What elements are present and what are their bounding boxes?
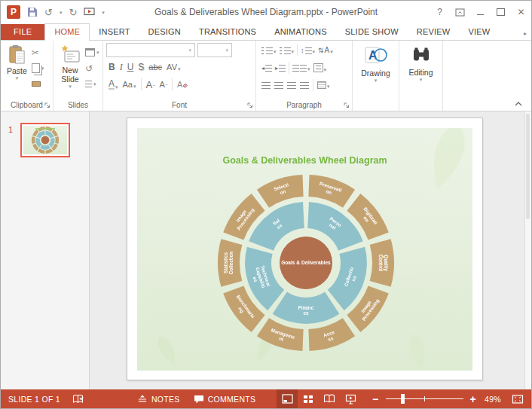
bold-button[interactable]: B [109,63,115,72]
wheel-segment-statistics-collection[interactable] [218,239,242,287]
editing-button[interactable]: Editing ▾ [402,43,439,84]
slide-background-image[interactable]: PreservationDigitizationQualityControlIm… [137,128,472,371]
tab-review[interactable]: REVIEW [408,24,460,40]
tab-scroll-right-icon[interactable]: ▸ [521,27,529,40]
drawing-dropdown-icon[interactable]: ▾ [375,78,378,83]
clear-formatting-button[interactable]: A [177,80,188,89]
tab-view[interactable]: VIEW [459,24,499,40]
section-button[interactable]: ▾ [84,78,101,90]
wheel-segment-finances[interactable] [273,291,340,324]
powerpoint-logo-icon[interactable]: P [7,5,20,19]
zoom-slider-thumb[interactable] [401,394,405,404]
tab-slide-show[interactable]: SLIDE SHOW [336,24,408,40]
increase-indent-button[interactable]: ▸ [275,65,286,72]
ribbon: Paste ▾ ✂ ▾ Clipboard New Slide ▾ [1,41,531,111]
wheel-segment-quality-control[interactable] [55,136,59,144]
format-painter-button[interactable] [30,78,46,90]
slides-group-label: Slides [54,101,102,109]
decrease-font-size-button[interactable]: Aˇ [160,81,168,89]
collapse-ribbon-icon[interactable] [515,102,522,106]
customize-qat-icon[interactable]: ▾ [102,10,105,15]
ribbon-display-options-button[interactable] [450,1,470,23]
zoom-out-button[interactable]: − [370,393,381,405]
convert-to-smartart-button[interactable]: ▾ [317,81,330,89]
wheel-segment-statistics-collection[interactable] [32,136,35,144]
find-binoculars-icon [411,44,431,66]
underline-button[interactable]: U [127,63,134,72]
font-dialog-launcher-icon[interactable] [247,102,253,108]
svg-text:A: A [177,80,183,89]
wheel-center-circle[interactable] [280,237,332,289]
scrollbar-thumb[interactable] [526,114,530,219]
notes-button[interactable]: NOTES [137,395,180,404]
start-slideshow-icon[interactable] [84,8,95,17]
new-slide-dropdown-icon[interactable]: ▾ [69,84,72,89]
tab-insert[interactable]: INSERT [90,24,139,40]
font-size-combobox[interactable]: ▾ [197,43,232,57]
spell-check-button[interactable] [72,394,84,404]
maximize-button[interactable] [491,1,511,23]
copy-button[interactable]: ▾ [30,62,46,75]
slide-sorter-view-button[interactable] [298,389,319,408]
help-button[interactable]: ? [430,1,450,23]
decrease-indent-button[interactable]: ◂ [261,65,272,72]
slide-show-view-button[interactable] [340,389,361,408]
character-spacing-button[interactable]: AV▾ [167,63,180,72]
undo-icon[interactable]: ↺ [44,8,53,17]
columns-button[interactable]: ▾ [292,65,310,72]
wheel-center-circle[interactable] [41,136,50,145]
reading-view-button[interactable] [319,389,340,408]
tab-design[interactable]: DESIGN [139,24,190,40]
clipboard-dialog-launcher-icon[interactable] [44,102,50,108]
justify-button[interactable] [300,82,309,89]
slide-title-text[interactable]: Goals & Deliverables Wheel Diagram [137,155,472,166]
slide-thumbnail-panel: 1 [1,111,90,389]
editing-dropdown-icon[interactable]: ▾ [420,77,423,82]
save-icon[interactable] [27,7,38,17]
align-right-button[interactable] [287,82,296,89]
undo-dropdown-icon[interactable]: ▾ [60,10,63,15]
paste-dropdown-icon[interactable]: ▾ [16,75,19,81]
normal-view-button[interactable] [277,389,298,408]
font-family-combobox[interactable]: ▾ [106,43,195,57]
bullets-button[interactable]: ▾ [261,47,277,54]
drawing-button[interactable]: A Drawing ▾ [356,43,396,84]
change-case-button[interactable]: Aa▾ [123,81,136,89]
new-slide-button[interactable]: New Slide ▾ [57,43,84,90]
zoom-level[interactable]: 49% [478,395,501,404]
slide-layout-button[interactable]: ▾ [84,46,101,59]
align-center-button[interactable] [274,82,283,89]
paste-button[interactable]: Paste ▾ [4,43,30,90]
slide-page[interactable]: PreservationDigitizationQualityControlIm… [127,118,483,380]
font-color-button[interactable]: A▾ [109,79,118,90]
minimize-button[interactable] [470,1,491,23]
numbering-button[interactable]: ▾ [280,47,295,54]
vertical-scrollbar[interactable] [524,111,531,389]
reset-slide-button[interactable]: ↺ [84,62,101,75]
strikethrough-button[interactable]: abc [148,63,162,72]
close-button[interactable]: ✕ [511,1,531,23]
leaf-icon [154,334,181,368]
comments-button[interactable]: COMMENTS [194,395,256,404]
redo-icon[interactable]: ↻ [69,8,77,17]
align-left-button[interactable] [261,82,271,89]
wheel-segment-finances[interactable] [40,145,50,150]
slide-thumbnail[interactable] [20,123,70,157]
tab-file[interactable]: FILE [1,24,44,40]
increase-font-size-button[interactable]: Aˆ [146,80,155,90]
tab-home[interactable]: HOME [44,23,90,41]
cut-button[interactable]: ✂ [30,46,46,59]
zoom-slider[interactable] [386,389,463,408]
paragraph-dialog-launcher-icon[interactable] [344,102,350,108]
zoom-in-button[interactable]: + [468,393,478,405]
tab-transitions[interactable]: TRANSITIONS [190,24,265,40]
text-direction-button[interactable]: ⇅A▾ [318,47,333,54]
text-shadow-button[interactable]: S [138,63,144,72]
comments-label: COMMENTS [208,395,256,404]
fit-to-window-button[interactable] [507,389,528,408]
tab-animations[interactable]: ANIMATIONS [265,24,336,40]
align-text-button[interactable]: ▾ [313,63,327,72]
wheel-segment-quality-control[interactable] [370,239,394,287]
line-spacing-button[interactable]: ↕▾ [301,47,315,54]
italic-button[interactable]: I [120,63,123,72]
